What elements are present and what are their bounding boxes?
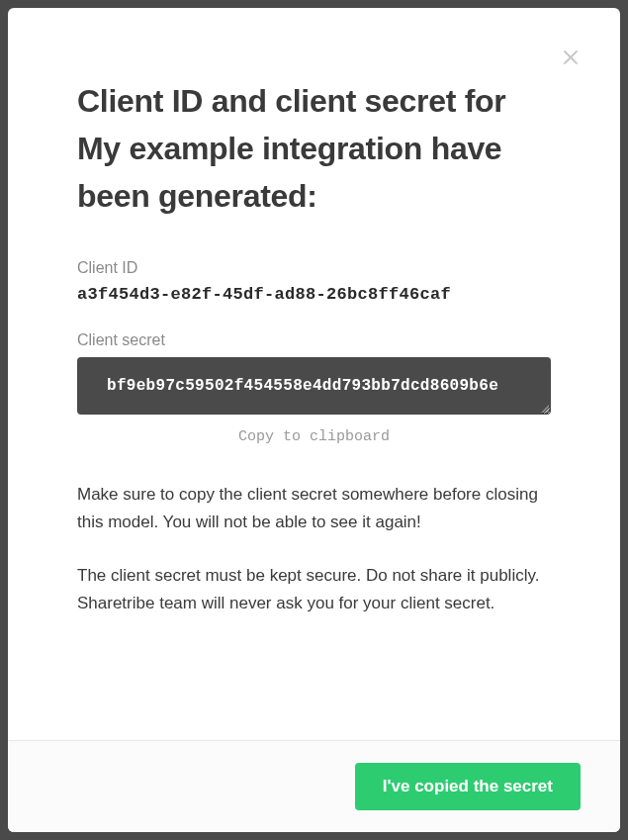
modal-footer: I've copied the secret bbox=[8, 740, 620, 832]
client-id-label: Client ID bbox=[77, 259, 551, 277]
modal-body: Client ID and client secret for My examp… bbox=[8, 8, 620, 740]
client-secret-label: Client secret bbox=[77, 331, 551, 349]
confirm-copied-button[interactable]: I've copied the secret bbox=[355, 763, 581, 810]
client-id-value: a3f454d3-e82f-45df-ad88-26bc8ff46caf bbox=[77, 285, 551, 304]
copy-to-clipboard-button[interactable]: Copy to clipboard bbox=[77, 428, 551, 445]
credentials-modal: Client ID and client secret for My examp… bbox=[8, 8, 620, 832]
warning-text-2: The client secret must be kept secure. D… bbox=[77, 562, 551, 617]
close-button[interactable] bbox=[559, 46, 583, 69]
modal-title: Client ID and client secret for My examp… bbox=[77, 77, 551, 220]
warning-text-1: Make sure to copy the client secret some… bbox=[77, 481, 551, 536]
client-secret-value[interactable]: bf9eb97c59502f454558e4dd793bb7dcd8609b6e bbox=[77, 357, 551, 415]
close-icon bbox=[562, 48, 580, 66]
